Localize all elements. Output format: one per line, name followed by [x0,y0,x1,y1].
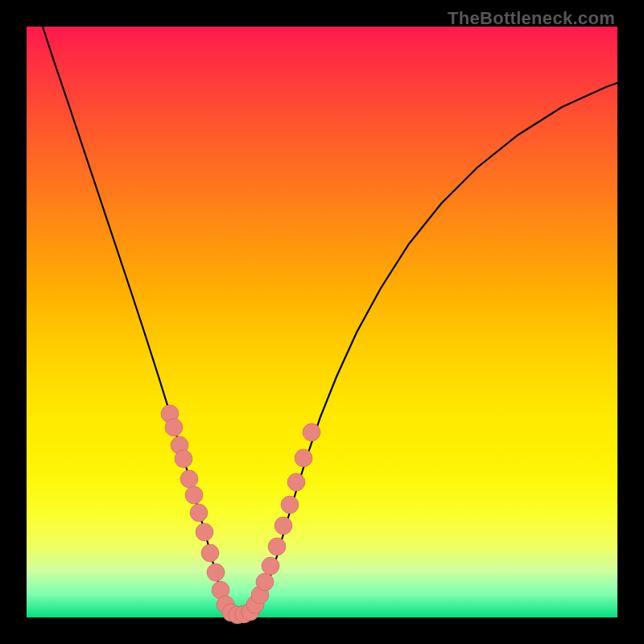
data-marker [180,470,198,488]
chart-wrapper: TheBottleneck.com [0,0,644,644]
data-marker [165,419,183,436]
data-marker [185,486,203,504]
chart-svg [27,27,617,617]
data-marker [201,544,219,562]
data-marker [287,473,305,491]
data-marker [275,517,292,535]
data-marker [295,449,312,467]
data-marker [207,564,225,581]
watermark-text: TheBottleneck.com [448,8,615,29]
data-marker [256,573,274,591]
bottleneck-curve [43,27,617,615]
data-marker [175,450,192,468]
data-marker [303,423,320,441]
data-marker [196,523,213,541]
marker-group [161,405,320,624]
data-marker [262,557,279,575]
data-marker [268,538,286,555]
data-marker [190,504,208,522]
data-marker [281,496,299,514]
